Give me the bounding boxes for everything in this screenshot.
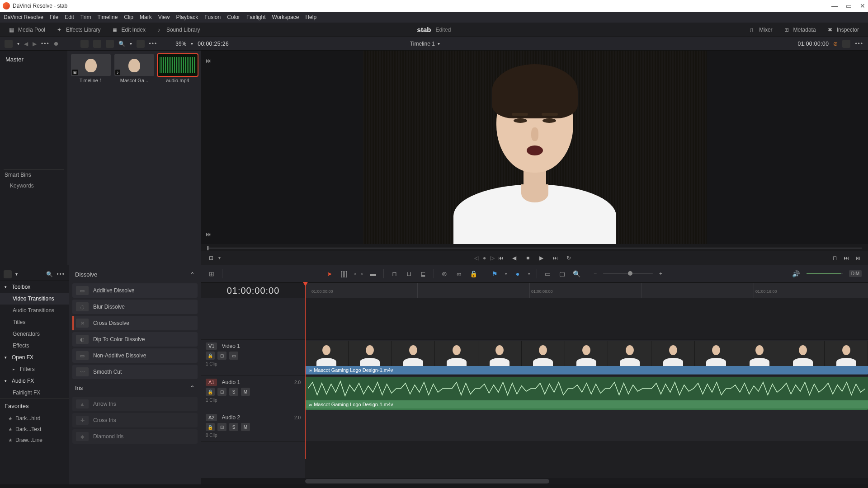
zoom-slider[interactable] xyxy=(603,273,653,274)
playhead[interactable] xyxy=(305,283,306,459)
chevron-down-icon[interactable]: ▾ xyxy=(218,255,221,260)
sort-icon[interactable] xyxy=(137,40,145,48)
marker-icon[interactable]: ● xyxy=(514,270,522,278)
menu-workspace[interactable]: Workspace xyxy=(272,14,299,20)
first-frame-button[interactable]: ⏮ xyxy=(497,254,505,262)
menu-fairlight[interactable]: Fairlight xyxy=(246,14,266,20)
metadata-toggle[interactable]: ⊞Metadata xyxy=(780,25,821,35)
favorite-item[interactable]: ★Dark...Text xyxy=(0,424,69,435)
fx-group-dissolve[interactable]: Dissolve⌃ xyxy=(72,267,198,282)
effects-library-toggle[interactable]: ✦Effects Library xyxy=(52,25,105,35)
jump-end-icon[interactable]: ⏭ xyxy=(206,57,212,64)
trim-tool[interactable]: [‖] xyxy=(340,270,348,278)
fx-titles[interactable]: Titles xyxy=(0,316,69,328)
selection-tool[interactable]: ➤ xyxy=(326,270,334,278)
video-track-1[interactable]: ∞Mascot Gaming Logo Design-1.m4v xyxy=(305,340,868,376)
menu-color[interactable]: Color xyxy=(227,14,240,20)
auto-select-button[interactable]: ⊡ xyxy=(217,352,226,360)
fx-effects[interactable]: Effects xyxy=(0,340,69,352)
more-options-icon[interactable]: ••• xyxy=(41,41,50,47)
auto-select-button[interactable]: ⊡ xyxy=(217,388,226,396)
play-button[interactable]: ▶ xyxy=(538,254,545,262)
chevron-down-icon[interactable]: ▾ xyxy=(17,41,19,46)
inspector-toggle[interactable]: ✖Inspector xyxy=(823,25,863,35)
view-grid-icon[interactable] xyxy=(93,40,101,48)
fx-item-additive-dissolve[interactable]: ▭Additive Dissolve xyxy=(72,283,198,298)
track-header-audio1[interactable]: A1Audio 12.0 🔒 ⊡ S M 1 Clip xyxy=(201,376,305,411)
menu-file[interactable]: File xyxy=(50,14,58,20)
prev-icon[interactable]: ◁ xyxy=(474,255,478,261)
link-icon[interactable]: ∞ xyxy=(455,270,463,278)
view-thumb-icon[interactable] xyxy=(80,40,89,48)
mute-button[interactable]: M xyxy=(241,423,250,431)
clip-item[interactable]: ⊞ Timeline 1 xyxy=(71,54,111,83)
dual-viewer-icon[interactable] xyxy=(842,40,850,48)
dim-toggle[interactable]: DIM xyxy=(849,270,862,277)
audio-clip[interactable]: ∞Mascot Gaming Logo Design-1.m4v xyxy=(305,377,868,410)
menu-playback[interactable]: Playback xyxy=(176,14,198,20)
loop-button[interactable]: ↻ xyxy=(565,254,572,262)
sound-library-toggle[interactable]: ♪Sound Library xyxy=(153,25,205,35)
more-icon[interactable]: ••• xyxy=(57,271,65,277)
replace-icon[interactable]: ⊑ xyxy=(419,270,427,278)
next-icon[interactable]: ▷ xyxy=(491,255,495,261)
zoom-tool-icon[interactable]: 🔍 xyxy=(572,270,580,278)
chevron-down-icon[interactable]: ▾ xyxy=(438,41,440,46)
mute-button[interactable]: M xyxy=(241,388,250,396)
fx-toolbox[interactable]: ▾Toolbox xyxy=(0,281,69,293)
zoom-percent[interactable]: 39% xyxy=(175,41,186,47)
fx-audio-transitions[interactable]: Audio Transitions xyxy=(0,305,69,316)
search-icon[interactable]: 🔍 xyxy=(46,271,53,277)
favorite-item[interactable]: ★Draw...Line xyxy=(0,435,69,446)
view-list-icon[interactable] xyxy=(106,40,114,48)
view-option-icon[interactable]: ▢ xyxy=(558,270,566,278)
fx-item-smooth-cut[interactable]: 〰Smooth Cut xyxy=(72,365,198,379)
fx-item-blur-dissolve[interactable]: ◌Blur Dissolve xyxy=(72,300,198,314)
track-header-audio2[interactable]: A2Audio 22.0 🔒 ⊡ S M 0 Clip xyxy=(201,411,305,442)
dynamic-trim-icon[interactable]: ⟷ xyxy=(354,270,363,278)
track-content[interactable]: ∞Mascot Gaming Logo Design-1.m4v ∞Masco xyxy=(305,298,868,478)
media-pool-toggle[interactable]: ▦Media Pool xyxy=(5,25,50,35)
chevron-down-icon[interactable]: ▾ xyxy=(130,41,132,46)
menu-timeline[interactable]: Timeline xyxy=(97,14,118,20)
insert-icon[interactable]: ⊓ xyxy=(390,270,398,278)
menu-trim[interactable]: Trim xyxy=(80,14,91,20)
video-clip[interactable]: ∞Mascot Gaming Logo Design-1.m4v xyxy=(305,341,868,375)
go-end-icon[interactable]: ⏭ xyxy=(843,254,850,262)
nav-next-icon[interactable]: ▶ xyxy=(33,41,37,47)
fx-group-iris[interactable]: Iris⌃ xyxy=(72,381,198,395)
fx-item-non-additive[interactable]: ▭Non-Additive Dissolve xyxy=(72,348,198,363)
more-icon[interactable]: ••• xyxy=(149,41,158,47)
track-header-video1[interactable]: V1Video 1 🔒 ⊡ ▭ 1 Clip xyxy=(201,340,305,376)
overwrite-icon[interactable]: ⊔ xyxy=(405,270,413,278)
panel-icon[interactable] xyxy=(4,270,12,278)
disable-track-button[interactable]: ▭ xyxy=(229,352,238,360)
menu-fusion[interactable]: Fusion xyxy=(204,14,221,20)
fx-audiofx[interactable]: ▾Audio FX xyxy=(0,375,69,387)
fx-openfx[interactable]: ▾Open FX xyxy=(0,352,69,363)
transform-icon[interactable]: ⊡ xyxy=(208,254,215,262)
program-viewer[interactable]: ⏭ ⏭ xyxy=(201,51,868,244)
fx-item-cross-dissolve[interactable]: ✕Cross Dissolve xyxy=(72,316,198,330)
fx-generators[interactable]: Generators xyxy=(0,328,69,340)
fx-video-transitions[interactable]: Video Transitions xyxy=(0,293,69,305)
close-button[interactable]: ✕ xyxy=(860,2,865,9)
audio-track-1[interactable]: ∞Mascot Gaming Logo Design-1.m4v xyxy=(305,376,868,411)
nav-prev-icon[interactable]: ◀ xyxy=(24,41,28,47)
volume-slider[interactable] xyxy=(807,273,843,274)
lock-track-button[interactable]: 🔒 xyxy=(206,423,215,431)
jump-end-icon[interactable]: ⏭ xyxy=(206,230,212,238)
clip-item[interactable]: ♪ Mascot Ga... xyxy=(114,54,154,83)
viewer-scrubber[interactable] xyxy=(201,244,868,251)
solo-button[interactable]: S xyxy=(229,388,238,396)
lock-track-button[interactable]: 🔒 xyxy=(206,352,215,360)
bin-master[interactable]: Master xyxy=(4,53,64,66)
minimize-button[interactable]: — xyxy=(831,2,838,9)
audio-track-2[interactable] xyxy=(305,411,868,442)
flag-icon[interactable]: ⚑ xyxy=(491,270,499,278)
stop-button[interactable]: ■ xyxy=(524,254,532,262)
chevron-down-icon[interactable]: ▾ xyxy=(191,41,193,46)
solo-button[interactable]: S xyxy=(229,423,238,431)
match-frame-icon[interactable]: ⊓ xyxy=(831,254,838,262)
menu-view[interactable]: View xyxy=(158,14,170,20)
